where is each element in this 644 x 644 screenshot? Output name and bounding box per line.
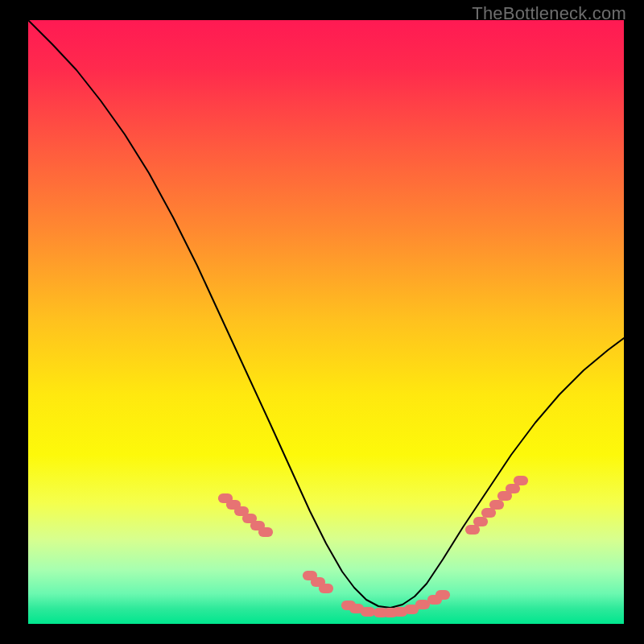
svg-rect-12 — [361, 607, 375, 617]
svg-rect-21 — [473, 517, 488, 526]
svg-rect-23 — [489, 500, 504, 510]
chart-frame: TheBottleneck.com — [0, 0, 644, 644]
svg-rect-26 — [514, 476, 528, 485]
svg-rect-19 — [436, 590, 450, 600]
svg-rect-9 — [319, 584, 333, 593]
watermark-label: TheBottleneck.com — [472, 3, 626, 24]
svg-rect-6 — [258, 527, 273, 537]
plot-area — [28, 20, 624, 624]
chart-scatter — [28, 20, 624, 624]
